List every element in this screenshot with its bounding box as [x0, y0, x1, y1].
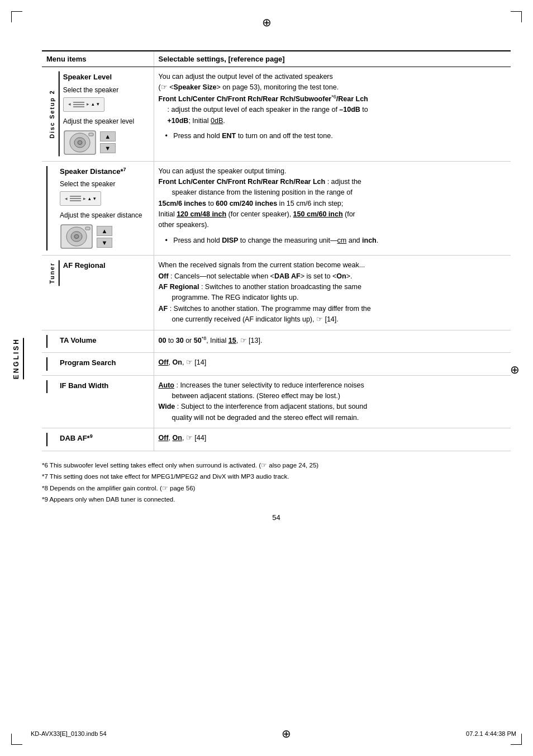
tuner-label-spacer-if: [46, 380, 56, 394]
speaker-level-title: Speaker Level: [63, 72, 149, 83]
dist-selector-left-arrow[interactable]: ◂: [65, 195, 68, 203]
dab-af-on: On: [173, 434, 182, 442]
menu-cell-dab-af: DAB AF*9: [42, 428, 154, 451]
table-row-ta-volume: TA Volume 00 to 30 or 50*8, Initial 15, …: [42, 330, 511, 353]
bottom-footer: KD-AVX33[E]_0130.indb 54 ⊕ 07.2.1 4:44:3…: [31, 727, 516, 740]
ent-bold: ENT: [222, 132, 236, 140]
if-band-width-settings: Auto : Increases the tuner selectivity t…: [159, 380, 507, 424]
english-label: ENGLISH: [10, 73, 26, 644]
ta-volume-menu-content: TA Volume: [60, 335, 149, 348]
plus-10db: +10dB: [168, 117, 189, 125]
level-down-btn[interactable]: ▼: [100, 143, 116, 153]
dist-sw-line-3: [70, 200, 81, 201]
distance-up-btn[interactable]: ▲: [97, 226, 112, 236]
af-reg-desc: programme. The REG indicator lights up.: [159, 294, 299, 301]
dist-max-bold: 600 cm/240 inches: [216, 200, 277, 207]
distance-down-btn[interactable]: ▼: [97, 238, 112, 248]
footnote-7: *7 This setting does not take effect for…: [42, 471, 511, 481]
speaker-distance-sub-adjust: Adjust the speaker distance: [60, 210, 149, 220]
footnote-ref-6: *6: [331, 94, 336, 100]
menu-cell-af-regional: Tuner AF Regional: [42, 256, 154, 330]
if-wide: Wide: [159, 403, 175, 410]
sw-line-1: [73, 102, 84, 103]
dab-af-off: Off: [159, 434, 169, 442]
footer-right: 07.2.1 4:44:38 PM: [466, 730, 516, 737]
af-regional-title: AF Regional: [63, 260, 149, 271]
disp-bold: DISP: [222, 237, 238, 244]
af-regional-bold: AF Regional: [159, 283, 199, 291]
dab-af-settings: Off, On, ☞ [44]: [159, 433, 507, 443]
selector-arrow-down[interactable]: ▾: [97, 101, 99, 108]
main-table: Menu items Selectable settings, [referen…: [42, 50, 511, 451]
if-band-width-title: IF Band Width: [60, 380, 149, 391]
dab-af-title: DAB AF*9: [60, 433, 149, 444]
af-regional-settings: When the received signals from the curre…: [159, 260, 507, 325]
selector-arrow-up[interactable]: ▴: [92, 101, 94, 108]
dist-init-other: 150 cm/60 inch: [293, 210, 343, 218]
dist-selector-arrow-up[interactable]: ▴: [88, 195, 91, 203]
main-content: Menu items Selectable settings, [referen…: [42, 50, 511, 522]
col-header-settings: Selectable settings, [reference page]: [154, 51, 511, 67]
speaker-level-bullet: • Press and hold ENT to turn on and off …: [159, 131, 507, 141]
table-row-speaker-distance: Speaker Distance*7 Select the speaker ◂: [42, 161, 511, 256]
speaker-level-range-desc: : adjust the output level of each speake…: [159, 106, 368, 124]
menu-cell-if-band-width: IF Band Width: [42, 375, 154, 428]
tuner-label-spacer-dab: [46, 433, 56, 446]
if-band-width-menu-content: IF Band Width: [60, 380, 149, 394]
top-decoration-icon: ⊕: [262, 16, 272, 29]
program-search-title: Program Search: [60, 357, 149, 368]
settings-cell-af-regional: When the received signals from the curre…: [154, 256, 511, 330]
speaker-dist-channels-bold: Front Lch/Center Ch/Front Rch/Rear Rch/R…: [159, 178, 326, 186]
svg-rect-4: [89, 133, 93, 136]
speaker-level-settings: You can adjust the output level of the a…: [159, 72, 507, 126]
speaker-selector-widget[interactable]: ◂ ▸ ▴ ▾: [63, 97, 104, 112]
tuner-label-spacer-ta: [46, 335, 56, 348]
af-off-bold: Off: [159, 272, 169, 280]
speaker-level-channels-bold: Front Lch/Center Ch/Front Rch/Rear Rch/S…: [159, 95, 332, 103]
af-regional-menu-content: AF Regional: [63, 260, 149, 273]
menu-cell-speaker-distance: Speaker Distance*7 Select the speaker ◂: [42, 161, 154, 256]
dist-selector-lines: [70, 196, 81, 201]
dab-af-menu-content: DAB AF*9: [60, 433, 149, 446]
dist-min-bold: 15cm/6 inches: [159, 200, 206, 207]
speaker-distance-sub-select: Select the speaker: [60, 179, 149, 189]
footer-left: KD-AVX33[E]_0130.indb 54: [31, 730, 107, 737]
ta-vol-30: 30: [176, 337, 184, 344]
dist-sw-line-1: [70, 196, 81, 197]
program-search-settings: Off, On, ☞ [14]: [159, 357, 507, 368]
table-row-program-search: Program Search Off, On, ☞ [14]: [42, 353, 511, 376]
dist-selector-right-arrow[interactable]: ▸: [83, 195, 86, 203]
initial-0db: 0dB: [211, 117, 223, 125]
speaker-distance-widget-container: ▲ ▼: [60, 223, 149, 251]
ta-vol-00: 00: [159, 337, 166, 344]
footnote-6: *6 This subwoofer level setting takes ef…: [42, 460, 511, 470]
ta-vol-50: 50: [194, 337, 202, 344]
footnotes-section: *6 This subwoofer level setting takes ef…: [42, 460, 511, 505]
speaker-level-widget-container: ▲ ▼: [63, 129, 149, 157]
inch-bold: inch: [362, 237, 377, 244]
selector-left-arrow[interactable]: ◂: [68, 101, 71, 108]
settings-cell-program-search: Off, On, ☞ [14]: [154, 353, 511, 376]
page: ⊕ ⊕ ENGLISH Menu items Selectable settin…: [0, 0, 533, 756]
level-up-btn[interactable]: ▲: [100, 131, 116, 141]
if-auto: Auto: [159, 381, 174, 389]
if-auto-desc: between adjacent stations. (Stereo effec…: [159, 392, 340, 400]
speaker-distance-graphic-svg: [60, 223, 93, 251]
dist-sw-line-2: [70, 198, 81, 199]
on-ref: On: [336, 272, 346, 280]
speaker-distance-title: Speaker Distance*7: [60, 166, 149, 177]
rear-lch-bold: /Rear Lch: [336, 95, 368, 103]
settings-cell-if-band-width: Auto : Increases the tuner selectivity t…: [154, 375, 511, 428]
bottom-center-circle: ⊕: [282, 727, 291, 740]
tuner-label: Tuner: [46, 260, 60, 286]
menu-cell-ta-volume: TA Volume: [42, 330, 154, 353]
menu-cell-program-search: Program Search: [42, 353, 154, 376]
program-search-menu-content: Program Search: [60, 357, 149, 371]
speaker-distance-selector-widget[interactable]: ◂ ▸ ▴ ▾: [60, 191, 101, 206]
speaker-distance-bullet: • Press and hold DISP to change the meas…: [159, 235, 507, 246]
selector-right-arrow[interactable]: ▸: [87, 101, 89, 108]
dist-selector-arrow-down[interactable]: ▾: [93, 195, 96, 203]
af-bold: AF: [159, 305, 168, 313]
dist-init-center: 120 cm/48 inch: [177, 210, 226, 218]
settings-cell-dab-af: Off, On, ☞ [44]: [154, 428, 511, 451]
